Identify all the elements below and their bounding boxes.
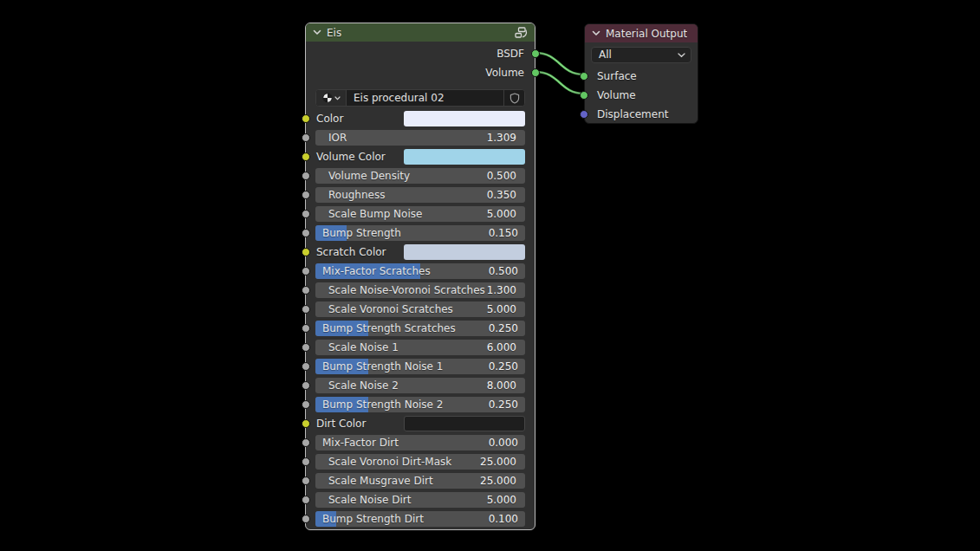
target-dropdown[interactable]: All bbox=[591, 47, 691, 63]
material-browse-button[interactable] bbox=[316, 90, 347, 106]
slider-bump-strength-scratches[interactable]: Bump Strength Scratches0.250 bbox=[315, 321, 525, 336]
output-socket-bsdf[interactable] bbox=[531, 49, 540, 58]
param-label: Scale Voronoi Scratches bbox=[315, 303, 487, 315]
param-row-scale-bump-noise: Scale Bump Noise5.000 bbox=[315, 206, 525, 222]
number-field-scale-voronoi-scratches[interactable]: Scale Voronoi Scratches5.000 bbox=[315, 301, 525, 317]
color-swatch-scratch-color[interactable] bbox=[404, 244, 525, 260]
input-socket-scale-noise-2[interactable] bbox=[302, 381, 310, 390]
input-socket-scratch-color[interactable] bbox=[302, 248, 310, 256]
param-value: 5.000 bbox=[487, 303, 525, 315]
number-field-scale-noise-voronoi-scratches[interactable]: Scale Noise-Voronoi Scratches1.300 bbox=[315, 282, 525, 298]
param-label: Scale Voronoi Dirt-Mask bbox=[315, 456, 480, 468]
input-socket-bump-strength-scratches[interactable] bbox=[302, 324, 310, 333]
node-group-icon bbox=[515, 27, 528, 38]
material-selector[interactable]: Eis procedural 02 bbox=[315, 89, 525, 107]
color-swatch-volume-color[interactable] bbox=[404, 149, 525, 165]
number-field-volume-density[interactable]: Volume Density0.500 bbox=[315, 168, 525, 184]
param-value: 6.000 bbox=[487, 341, 525, 353]
number-field-roughness[interactable]: Roughness0.350 bbox=[315, 187, 525, 203]
param-row-mix-factor-scratches: Mix-Factor Scratches0.500 bbox=[315, 263, 525, 279]
node-material-output[interactable]: Material Output All SurfaceVolumeDisplac… bbox=[584, 23, 698, 124]
param-value: 0.150 bbox=[489, 227, 525, 239]
param-row-scale-noise-dirt: Scale Noise Dirt5.000 bbox=[315, 492, 525, 508]
param-value: 5.000 bbox=[487, 208, 525, 220]
output-label: Volume bbox=[485, 67, 524, 79]
slider-bump-strength-dirt[interactable]: Bump Strength Dirt0.100 bbox=[315, 511, 525, 527]
input-socket-row-surface: Surface bbox=[585, 68, 698, 84]
input-socket-scale-noise-1[interactable] bbox=[302, 343, 310, 352]
param-label: Bump Strength Scratches bbox=[315, 322, 489, 334]
param-value: 0.250 bbox=[489, 399, 525, 411]
param-row-mix-factor-dirt: Mix-Factor Dirt0.000 bbox=[315, 435, 525, 451]
param-label: Scale Noise-Voronoi Scratches bbox=[315, 284, 487, 296]
param-row-scale-noise-voronoi-scratches: Scale Noise-Voronoi Scratches1.300 bbox=[315, 282, 525, 298]
input-socket-scale-bump-noise[interactable] bbox=[302, 210, 310, 218]
param-value: 25.000 bbox=[480, 456, 525, 468]
slider-mix-factor-scratches[interactable]: Mix-Factor Scratches0.500 bbox=[315, 263, 525, 279]
chevron-down-icon[interactable] bbox=[592, 30, 600, 36]
node-eis-header[interactable]: Eis bbox=[306, 23, 535, 42]
slider-bump-strength-noise-2[interactable]: Bump Strength Noise 20.250 bbox=[315, 397, 525, 412]
param-value: 0.500 bbox=[489, 265, 525, 277]
input-socket-volume-density[interactable] bbox=[302, 172, 310, 180]
number-field-scale-bump-noise[interactable]: Scale Bump Noise5.000 bbox=[315, 206, 525, 222]
slider-bump-strength[interactable]: Bump Strength0.150 bbox=[315, 225, 525, 241]
number-field-scale-noise-1[interactable]: Scale Noise 16.000 bbox=[315, 340, 525, 355]
input-socket-surface[interactable] bbox=[580, 72, 588, 81]
param-label: Roughness bbox=[315, 189, 487, 201]
input-socket-scale-musgrave-dirt[interactable] bbox=[302, 476, 310, 485]
node-editor-canvas[interactable]: Eis BSDFVolume Eis proced bbox=[0, 0, 980, 551]
chevron-down-icon[interactable] bbox=[313, 29, 321, 36]
input-label: Displacement bbox=[597, 108, 669, 120]
input-socket-mix-factor-dirt[interactable] bbox=[302, 438, 310, 447]
param-row-bump-strength-dirt: Bump Strength Dirt0.100 bbox=[315, 511, 525, 527]
input-socket-bump-strength-noise-1[interactable] bbox=[302, 362, 310, 371]
input-label: Volume bbox=[597, 89, 636, 101]
material-name-field[interactable]: Eis procedural 02 bbox=[347, 90, 503, 106]
node-eis-group[interactable]: Eis BSDFVolume Eis proced bbox=[305, 23, 535, 530]
link-bsdf-to-surface bbox=[535, 53, 584, 75]
input-socket-bump-strength[interactable] bbox=[302, 229, 310, 237]
input-socket-volume-color[interactable] bbox=[302, 152, 310, 161]
input-socket-bump-strength-dirt[interactable] bbox=[302, 515, 310, 523]
param-value: 25.000 bbox=[480, 475, 525, 487]
param-row-scale-noise-1: Scale Noise 16.000 bbox=[315, 340, 525, 355]
param-label: Scale Bump Noise bbox=[315, 208, 487, 220]
input-socket-scale-noise-dirt[interactable] bbox=[302, 496, 310, 504]
param-label: Volume Color bbox=[315, 151, 404, 163]
param-row-scale-musgrave-dirt: Scale Musgrave Dirt25.000 bbox=[315, 473, 525, 489]
input-socket-color[interactable] bbox=[302, 114, 310, 123]
number-field-scale-noise-2[interactable]: Scale Noise 28.000 bbox=[315, 378, 525, 393]
param-row-scratch-color: Scratch Color bbox=[315, 244, 525, 260]
color-swatch-color[interactable] bbox=[404, 111, 525, 126]
color-swatch-dirt-color[interactable] bbox=[404, 416, 525, 431]
param-value: 0.100 bbox=[489, 513, 525, 525]
number-field-scale-voronoi-dirt-mask[interactable]: Scale Voronoi Dirt-Mask25.000 bbox=[315, 454, 525, 470]
input-socket-scale-voronoi-scratches[interactable] bbox=[302, 305, 310, 314]
param-row-scale-voronoi-dirt-mask: Scale Voronoi Dirt-Mask25.000 bbox=[315, 454, 525, 470]
output-socket-volume[interactable] bbox=[531, 68, 540, 77]
input-socket-roughness[interactable] bbox=[302, 191, 310, 199]
param-value: 1.309 bbox=[487, 132, 525, 144]
input-socket-ior[interactable] bbox=[302, 133, 310, 142]
chevron-down-icon bbox=[678, 53, 691, 58]
param-value: 8.000 bbox=[487, 379, 525, 392]
node-inputs: SurfaceVolumeDisplacement bbox=[585, 68, 698, 122]
input-label: Surface bbox=[597, 70, 637, 82]
fake-user-toggle[interactable] bbox=[503, 90, 524, 106]
input-socket-mix-factor-scratches[interactable] bbox=[302, 267, 310, 276]
slider-bump-strength-noise-1[interactable]: Bump Strength Noise 10.250 bbox=[315, 359, 525, 374]
input-socket-scale-noise-voronoi-scratches[interactable] bbox=[302, 286, 310, 295]
input-socket-dirt-color[interactable] bbox=[302, 419, 310, 428]
param-label: Scale Noise Dirt bbox=[315, 494, 487, 506]
number-field-scale-musgrave-dirt[interactable]: Scale Musgrave Dirt25.000 bbox=[315, 473, 525, 489]
input-socket-volume[interactable] bbox=[580, 91, 588, 100]
input-socket-bump-strength-noise-2[interactable] bbox=[302, 400, 310, 409]
input-socket-scale-voronoi-dirt-mask[interactable] bbox=[302, 457, 310, 466]
number-field-ior[interactable]: IOR1.309 bbox=[315, 130, 525, 146]
slider-mix-factor-dirt[interactable]: Mix-Factor Dirt0.000 bbox=[315, 435, 525, 451]
chevron-down-icon bbox=[334, 96, 341, 100]
input-socket-displacement[interactable] bbox=[580, 110, 588, 119]
number-field-scale-noise-dirt[interactable]: Scale Noise Dirt5.000 bbox=[315, 492, 525, 508]
material-output-header[interactable]: Material Output bbox=[585, 24, 698, 42]
